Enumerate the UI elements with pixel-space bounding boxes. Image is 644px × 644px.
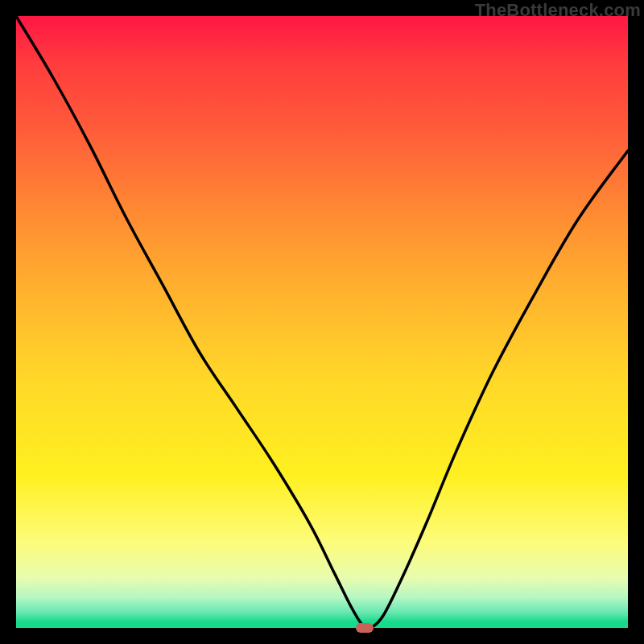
chart-frame: TheBottleneck.com	[0, 0, 644, 644]
watermark-text: TheBottleneck.com	[475, 0, 641, 21]
optimal-point-marker	[356, 623, 374, 633]
plot-area	[16, 16, 628, 628]
bottleneck-curve	[16, 16, 628, 628]
